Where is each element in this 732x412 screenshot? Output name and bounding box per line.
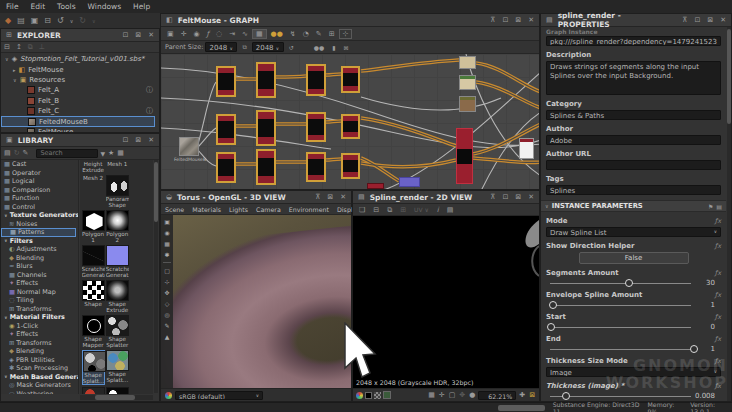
fit-view-icon[interactable]: ✛ [438, 391, 446, 399]
dock-icon[interactable]: ⊡ [500, 16, 510, 24]
close-icon[interactable]: ✕ [146, 31, 156, 39]
package-url-field[interactable]: pkg:///spline_render?dependency=14792415… [546, 36, 721, 46]
move-icon[interactable]: ✛ [178, 30, 190, 38]
pause-engine-icon[interactable]: ●● [268, 30, 286, 38]
frame-icon[interactable]: ▢ [164, 267, 170, 274]
actual-size-icon[interactable]: ▢ [448, 391, 457, 399]
dots-icon[interactable]: ●● [311, 44, 327, 51]
lib-cat[interactable]: ✦Effects [1, 330, 78, 339]
grid-icon[interactable]: ⊹ [339, 29, 353, 39]
image-icon[interactable]: ▦ [164, 240, 170, 247]
snapshot-icon[interactable]: ◉ [191, 30, 203, 38]
maximize-icon[interactable]: ⊠ [705, 16, 715, 24]
preset-list-icon[interactable]: ▤ [716, 203, 722, 210]
lib-item-shape-splatt-2[interactable]: Shape Splatt... [106, 350, 129, 385]
wrench-icon[interactable]: ⊹ [164, 278, 169, 285]
graph-node[interactable] [306, 152, 326, 182]
menu-edit[interactable]: Edit [25, 1, 52, 12]
category-field[interactable]: Splines & Paths [546, 110, 721, 120]
lib-item-shape-splatter-4[interactable]: Shape Splatter ... [106, 387, 129, 394]
save-package-icon[interactable]: ⊟ [1, 43, 13, 51]
lib-item-polygon-1[interactable]: Polygon 1 [82, 210, 105, 243]
lib-item-mesh-2[interactable]: Mesh 2 [82, 175, 105, 208]
menu-camera[interactable]: Camera [252, 206, 285, 213]
lib-cat[interactable]: ◐Adjustments [1, 245, 78, 254]
end-slider[interactable]: 1 [546, 343, 721, 355]
zoom-value[interactable]: 62.21% [478, 391, 516, 400]
battery-icon[interactable]: ▮ [329, 44, 338, 51]
envelope-spline-amount-slider[interactable]: 1 [546, 299, 721, 311]
menu-windows[interactable]: Windows [82, 1, 127, 12]
function-icon[interactable]: ƒx [715, 313, 721, 321]
histogram-icon[interactable]: ▤ [444, 206, 457, 214]
save-image-icon[interactable]: ⊟ [370, 206, 382, 214]
lib-cat[interactable]: ◆Blending [1, 254, 78, 263]
redo-caret-icon[interactable]: ∨ [89, 18, 99, 24]
description-field[interactable]: Draws strings of segments along the inpu… [546, 61, 721, 95]
filter-icon[interactable]: ▼ [99, 150, 106, 157]
lib-cat[interactable]: ⊞Transforms [1, 339, 78, 348]
lib-item-height-extrude[interactable]: Height Extrude [82, 161, 105, 173]
function-icon[interactable]: ƒx [715, 357, 721, 365]
maximize-icon[interactable]: ⊠ [513, 16, 523, 24]
lib-cat[interactable]: ◈PBR Utilities [1, 356, 78, 365]
tree-item-felt-a[interactable]: Felt_A ⓘ [1, 85, 159, 95]
zoom-icon[interactable]: ◌ [213, 30, 225, 38]
tree-item-felt-b[interactable]: Felt_B [1, 96, 159, 106]
tree-item-feltmouse-graph[interactable]: ▸ ◧ FeltMouse [1, 64, 159, 74]
bg-black-swatch[interactable] [365, 392, 372, 399]
import-icon[interactable]: ⊥ [36, 43, 48, 51]
undo-caret-icon[interactable]: ∨ [67, 18, 77, 24]
pin-icon[interactable]: ⊼ [488, 16, 497, 24]
zoom-out-icon[interactable]: ● [468, 391, 476, 399]
lib-item-shape-splatt-selected[interactable]: Shape Splatt... [82, 350, 105, 385]
size-link-icon[interactable]: ⧉ [239, 43, 249, 51]
lib-item-panorama-shape[interactable]: Panorama Shape [106, 175, 129, 208]
camera-icon[interactable]: ▣ [164, 218, 170, 225]
export-image-icon[interactable]: ❏ [356, 206, 368, 214]
lib-cat[interactable]: ⊞Transforms [1, 305, 78, 314]
show-direction-helper-button[interactable]: False [579, 252, 689, 264]
history-icon[interactable]: ↺ [286, 44, 297, 51]
graph-node-purple[interactable] [399, 177, 420, 187]
tree-item-felt-c[interactable]: Felt_C ⓘ [1, 106, 159, 116]
lib-item-shape-extrude[interactable]: Shape Extrude [106, 280, 129, 313]
pen-icon[interactable]: ✎ [164, 322, 169, 329]
tree-item-feltmouse-res[interactable]: FeltMouse [1, 127, 159, 132]
author-field[interactable]: Adobe [546, 135, 721, 145]
link-create-icon[interactable]: ∿ [239, 30, 251, 38]
graph-node[interactable] [216, 114, 236, 145]
menu-tools[interactable]: Tools [51, 1, 81, 12]
graph-node[interactable] [306, 112, 326, 142]
bg-image-icon[interactable] [383, 391, 391, 399]
maximize-icon[interactable]: ⊠ [325, 193, 335, 201]
new-file-icon[interactable]: ▤ [14, 16, 28, 25]
info-icon[interactable]: ⓘ [146, 106, 153, 116]
link-icon[interactable]: ⧉ [25, 43, 36, 51]
info-icon[interactable]: ⓘ [146, 85, 153, 95]
menu-lights[interactable]: Lights [225, 206, 252, 213]
info-icon[interactable]: i [434, 206, 442, 214]
function-icon[interactable]: ƒx [715, 291, 721, 299]
close-icon[interactable]: ✕ [338, 193, 348, 201]
library-scrollbar[interactable] [154, 160, 158, 393]
maximize-icon[interactable]: ⊠ [133, 31, 143, 39]
frame-all-icon[interactable]: ▣ [164, 30, 177, 38]
lib-cat[interactable]: ✦Effects [1, 279, 78, 288]
view-mode-icon[interactable]: ▦ [116, 149, 125, 157]
properties-scrollbar[interactable] [727, 27, 731, 401]
lib-cat[interactable]: ✱Scan Processing [1, 364, 78, 373]
lib-cat[interactable]: ▦Cast [1, 160, 78, 169]
graph-node[interactable] [216, 152, 236, 183]
close-icon[interactable]: ✕ [146, 136, 156, 144]
lib-cat[interactable]: ▦Comparison [1, 186, 78, 195]
library-folder-icon[interactable]: ▤ [3, 149, 12, 157]
save-icon[interactable]: ⊟ [41, 16, 54, 25]
graph-node-small-red[interactable] [367, 183, 384, 189]
bg-checker-icon[interactable] [374, 392, 381, 399]
node-wrangler-icon[interactable]: ↯ [287, 30, 299, 38]
lib-cat[interactable]: ◎Mask Generators [1, 381, 78, 390]
graph-node-felt-c[interactable] [459, 96, 476, 112]
tree-item-feltedmouseb[interactable]: FeltedMouseB [1, 116, 155, 126]
colorspace-select[interactable]: sRGB (default)∨ [175, 391, 263, 400]
